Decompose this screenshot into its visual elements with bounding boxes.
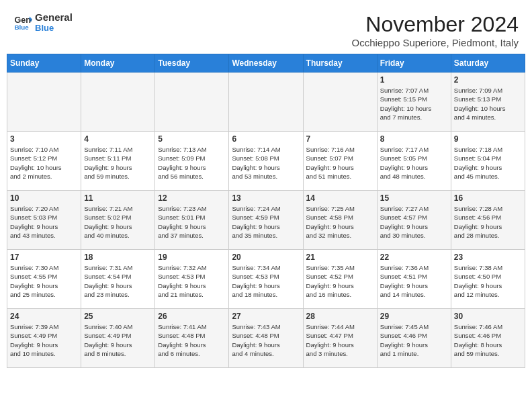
logo-text-blue: Blue	[35, 24, 73, 33]
calendar-cell: 24Sunrise: 7:39 AMSunset: 4:49 PMDayligh…	[7, 309, 81, 368]
day-number: 15	[380, 193, 448, 203]
day-number: 9	[454, 134, 522, 144]
day-info: Sunrise: 7:34 AMSunset: 4:53 PMDaylight:…	[232, 263, 300, 299]
day-info: Sunrise: 7:20 AMSunset: 5:03 PMDaylight:…	[10, 204, 78, 240]
day-number: 23	[454, 253, 522, 262]
day-number: 22	[380, 253, 448, 262]
calendar-cell: 14Sunrise: 7:25 AMSunset: 4:58 PMDayligh…	[303, 191, 377, 250]
day-number: 16	[454, 193, 522, 203]
day-info: Sunrise: 7:44 AMSunset: 4:47 PMDaylight:…	[306, 322, 374, 358]
day-number: 21	[306, 253, 374, 262]
calendar-cell: 2Sunrise: 7:09 AMSunset: 5:13 PMDaylight…	[451, 73, 525, 132]
logo: Gen Blue General Blue	[13, 12, 73, 33]
location: Occhieppo Superiore, Piedmont, Italy	[352, 37, 519, 48]
calendar-cell: 9Sunrise: 7:18 AMSunset: 5:04 PMDaylight…	[451, 132, 525, 191]
day-info: Sunrise: 7:41 AMSunset: 4:48 PMDaylight:…	[158, 322, 226, 358]
calendar-cell: 7Sunrise: 7:16 AMSunset: 5:07 PMDaylight…	[303, 132, 377, 191]
day-number: 26	[158, 312, 226, 321]
calendar-cell: 21Sunrise: 7:35 AMSunset: 4:52 PMDayligh…	[303, 250, 377, 309]
day-number: 3	[10, 134, 78, 144]
day-number: 14	[306, 193, 374, 203]
day-info: Sunrise: 7:43 AMSunset: 4:48 PMDaylight:…	[232, 322, 300, 358]
calendar-wrapper: SundayMondayTuesdayWednesdayThursdayFrid…	[0, 54, 532, 375]
calendar-cell: 19Sunrise: 7:32 AMSunset: 4:53 PMDayligh…	[155, 250, 229, 309]
calendar-cell: 1Sunrise: 7:07 AMSunset: 5:15 PMDaylight…	[377, 73, 451, 132]
day-number: 6	[232, 134, 300, 144]
day-info: Sunrise: 7:16 AMSunset: 5:07 PMDaylight:…	[306, 145, 374, 181]
day-info: Sunrise: 7:18 AMSunset: 5:04 PMDaylight:…	[454, 145, 522, 181]
calendar-table: SundayMondayTuesdayWednesdayThursdayFrid…	[7, 54, 525, 368]
day-info: Sunrise: 7:36 AMSunset: 4:51 PMDaylight:…	[380, 263, 448, 299]
calendar-cell: 26Sunrise: 7:41 AMSunset: 4:48 PMDayligh…	[155, 309, 229, 368]
day-info: Sunrise: 7:35 AMSunset: 4:52 PMDaylight:…	[306, 263, 374, 299]
calendar-cell: 12Sunrise: 7:23 AMSunset: 5:01 PMDayligh…	[155, 191, 229, 250]
day-info: Sunrise: 7:17 AMSunset: 5:05 PMDaylight:…	[380, 145, 448, 181]
day-info: Sunrise: 7:09 AMSunset: 5:13 PMDaylight:…	[454, 86, 522, 122]
calendar-cell	[81, 73, 155, 132]
calendar-cell: 29Sunrise: 7:45 AMSunset: 4:46 PMDayligh…	[377, 309, 451, 368]
day-number: 12	[158, 193, 226, 203]
calendar-cell: 4Sunrise: 7:11 AMSunset: 5:11 PMDaylight…	[81, 132, 155, 191]
day-info: Sunrise: 7:07 AMSunset: 5:15 PMDaylight:…	[380, 86, 448, 122]
calendar-cell: 15Sunrise: 7:27 AMSunset: 4:57 PMDayligh…	[377, 191, 451, 250]
day-number: 28	[306, 312, 374, 321]
day-number: 17	[10, 253, 78, 262]
day-number: 24	[10, 312, 78, 321]
day-info: Sunrise: 7:38 AMSunset: 4:50 PMDaylight:…	[454, 263, 522, 299]
weekday-header-monday: Monday	[81, 54, 155, 73]
day-info: Sunrise: 7:45 AMSunset: 4:46 PMDaylight:…	[380, 322, 448, 358]
calendar-week-2: 3Sunrise: 7:10 AMSunset: 5:12 PMDaylight…	[7, 132, 525, 191]
day-info: Sunrise: 7:31 AMSunset: 4:54 PMDaylight:…	[84, 263, 152, 299]
calendar-cell: 17Sunrise: 7:30 AMSunset: 4:55 PMDayligh…	[7, 250, 81, 309]
calendar-week-3: 10Sunrise: 7:20 AMSunset: 5:03 PMDayligh…	[7, 191, 525, 250]
calendar-cell: 27Sunrise: 7:43 AMSunset: 4:48 PMDayligh…	[229, 309, 303, 368]
day-number: 7	[306, 134, 374, 144]
calendar-cell: 3Sunrise: 7:10 AMSunset: 5:12 PMDaylight…	[7, 132, 81, 191]
calendar-cell: 30Sunrise: 7:46 AMSunset: 4:46 PMDayligh…	[451, 309, 525, 368]
day-number: 8	[380, 134, 448, 144]
calendar-cell: 6Sunrise: 7:14 AMSunset: 5:08 PMDaylight…	[229, 132, 303, 191]
weekday-header-friday: Friday	[377, 54, 451, 73]
day-number: 19	[158, 253, 226, 262]
day-info: Sunrise: 7:21 AMSunset: 5:02 PMDaylight:…	[84, 204, 152, 240]
day-info: Sunrise: 7:11 AMSunset: 5:11 PMDaylight:…	[84, 145, 152, 181]
calendar-cell: 23Sunrise: 7:38 AMSunset: 4:50 PMDayligh…	[451, 250, 525, 309]
day-number: 13	[232, 193, 300, 203]
day-info: Sunrise: 7:46 AMSunset: 4:46 PMDaylight:…	[454, 322, 522, 358]
calendar-cell: 13Sunrise: 7:24 AMSunset: 4:59 PMDayligh…	[229, 191, 303, 250]
day-number: 20	[232, 253, 300, 262]
day-number: 18	[84, 253, 152, 262]
calendar-cell: 25Sunrise: 7:40 AMSunset: 4:49 PMDayligh…	[81, 309, 155, 368]
day-info: Sunrise: 7:27 AMSunset: 4:57 PMDaylight:…	[380, 204, 448, 240]
weekday-header-tuesday: Tuesday	[155, 54, 229, 73]
calendar-cell: 11Sunrise: 7:21 AMSunset: 5:02 PMDayligh…	[81, 191, 155, 250]
day-number: 29	[380, 312, 448, 321]
day-number: 2	[454, 75, 522, 85]
day-info: Sunrise: 7:13 AMSunset: 5:09 PMDaylight:…	[158, 145, 226, 181]
day-info: Sunrise: 7:24 AMSunset: 4:59 PMDaylight:…	[232, 204, 300, 240]
day-info: Sunrise: 7:14 AMSunset: 5:08 PMDaylight:…	[232, 145, 300, 181]
calendar-cell: 18Sunrise: 7:31 AMSunset: 4:54 PMDayligh…	[81, 250, 155, 309]
day-number: 27	[232, 312, 300, 321]
calendar-week-4: 17Sunrise: 7:30 AMSunset: 4:55 PMDayligh…	[7, 250, 525, 309]
calendar-cell	[7, 73, 81, 132]
weekday-header-sunday: Sunday	[7, 54, 81, 73]
day-info: Sunrise: 7:25 AMSunset: 4:58 PMDaylight:…	[306, 204, 374, 240]
day-number: 4	[84, 134, 152, 144]
calendar-body: 1Sunrise: 7:07 AMSunset: 5:15 PMDaylight…	[7, 73, 525, 368]
calendar-cell: 16Sunrise: 7:28 AMSunset: 4:56 PMDayligh…	[451, 191, 525, 250]
day-info: Sunrise: 7:30 AMSunset: 4:55 PMDaylight:…	[10, 263, 78, 299]
page-header: Gen Blue General Blue November 2024 Occh…	[0, 0, 532, 54]
day-number: 1	[380, 75, 448, 85]
svg-text:Blue: Blue	[14, 24, 29, 32]
day-info: Sunrise: 7:39 AMSunset: 4:49 PMDaylight:…	[10, 322, 78, 358]
calendar-cell: 28Sunrise: 7:44 AMSunset: 4:47 PMDayligh…	[303, 309, 377, 368]
calendar-cell: 20Sunrise: 7:34 AMSunset: 4:53 PMDayligh…	[229, 250, 303, 309]
calendar-cell: 22Sunrise: 7:36 AMSunset: 4:51 PMDayligh…	[377, 250, 451, 309]
weekday-header-wednesday: Wednesday	[229, 54, 303, 73]
day-number: 10	[10, 193, 78, 203]
day-number: 5	[158, 134, 226, 144]
day-info: Sunrise: 7:40 AMSunset: 4:49 PMDaylight:…	[84, 322, 152, 358]
calendar-cell	[229, 73, 303, 132]
calendar-week-1: 1Sunrise: 7:07 AMSunset: 5:15 PMDaylight…	[7, 73, 525, 132]
